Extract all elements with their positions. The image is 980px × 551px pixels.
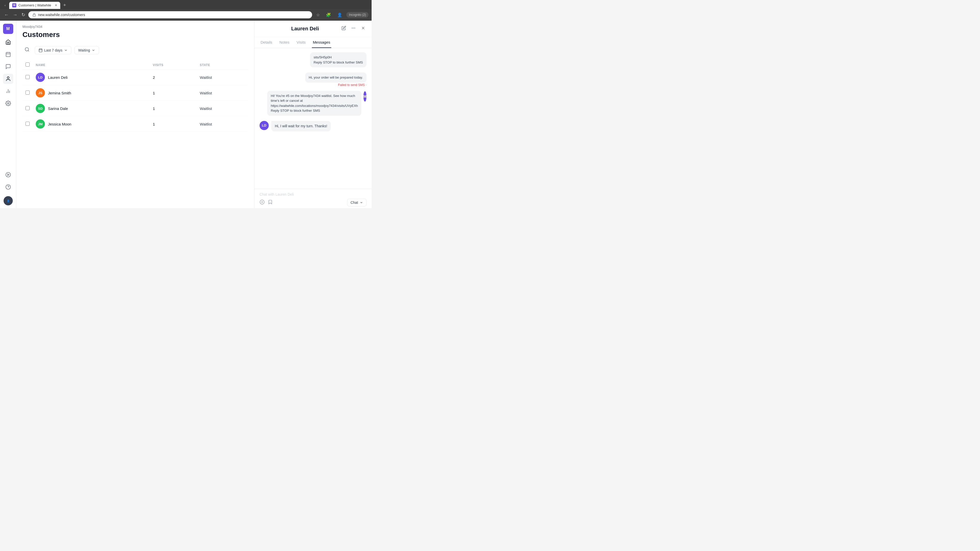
list-item: Hi! You're #5 on the Moodjoy7434 waitlis… xyxy=(270,91,366,117)
address-bar[interactable]: new.waitwhile.com/customers xyxy=(28,11,312,18)
message-text: Hi, your order will be prepared today. xyxy=(309,76,363,79)
extensions-button[interactable]: 🧩 xyxy=(324,11,333,18)
url-text: new.waitwhile.com/customers xyxy=(38,13,308,17)
tab-messages[interactable]: Messages xyxy=(312,37,331,48)
close-panel-button[interactable] xyxy=(360,25,366,33)
date-filter-label: Last 7 days xyxy=(44,48,62,52)
customer-name-cell: JM Jessica Moon xyxy=(36,119,147,129)
customer-avatar: LD xyxy=(36,73,45,82)
close-tab-button[interactable]: × xyxy=(55,3,57,7)
sidebar-item-chat[interactable] xyxy=(3,62,13,72)
customer-detail-panel: Lauren Deli Details Notes Visits Message… xyxy=(254,21,372,208)
chevron-down-icon xyxy=(92,48,95,52)
chat-type-selector[interactable]: Chat xyxy=(347,199,366,206)
state-cell: Waitlist xyxy=(197,85,248,101)
edit-button[interactable] xyxy=(340,25,347,33)
visits-cell: 1 xyxy=(150,101,197,116)
back-button[interactable]: ← xyxy=(3,11,10,19)
svg-rect-1 xyxy=(6,52,10,57)
visits-cell: 2 xyxy=(150,70,197,85)
table-row[interactable]: SD Sarina Dale 1 Waitlist xyxy=(22,101,248,116)
content-area: Last 7 days Waiting NAME VISITS STATE xyxy=(16,41,254,208)
browser-tab-active[interactable]: W Customers | Waitwhile × xyxy=(9,2,60,9)
lock-icon xyxy=(32,13,36,17)
svg-point-9 xyxy=(7,103,9,104)
customer-avatar: SD xyxy=(36,104,45,113)
chat-type-label: Chat xyxy=(350,200,358,205)
bookmark-message-button[interactable] xyxy=(268,200,273,206)
main-header: Moodjoy7434 Customers xyxy=(16,21,254,41)
table-row[interactable]: JM Jessica Moon 1 Waitlist xyxy=(22,116,248,132)
svg-marker-11 xyxy=(8,174,9,176)
svg-rect-0 xyxy=(33,14,36,16)
sidebar-item-help[interactable] xyxy=(3,182,13,192)
tab-visits[interactable]: Visits xyxy=(296,37,307,48)
customer-name: Jemina Smith xyxy=(48,91,71,95)
sidebar-item-customers[interactable] xyxy=(3,74,13,84)
state-filter[interactable]: Waiting xyxy=(75,46,99,54)
customer-name-cell: LD Lauren Deli xyxy=(36,73,147,82)
forward-button[interactable]: → xyxy=(12,11,18,19)
app-container: M 👤 Moodjoy7434 xyxy=(0,21,372,208)
sidebar-item-analytics[interactable] xyxy=(3,86,13,96)
row-checkbox[interactable] xyxy=(25,106,30,110)
tab-title: Customers | Waitwhile xyxy=(18,3,53,7)
message-text: sits/5H5p0HReply STOP to block further S… xyxy=(313,56,363,64)
profile-button[interactable]: 👤 xyxy=(335,11,344,18)
main-content: Moodjoy7434 Customers Last 7 days Waitin… xyxy=(16,21,254,208)
row-checkbox[interactable] xyxy=(25,122,30,126)
sidebar-item-calendar[interactable] xyxy=(3,49,13,59)
list-item: Hi, your order will be prepared today. F… xyxy=(305,73,366,87)
search-button[interactable] xyxy=(22,45,32,56)
tab-notes[interactable]: Notes xyxy=(278,37,290,48)
filter-bar: Last 7 days Waiting xyxy=(22,45,248,56)
sidebar-item-settings[interactable] xyxy=(3,98,13,108)
reload-button[interactable]: ↻ xyxy=(21,11,26,19)
sidebar-logo[interactable]: M xyxy=(3,24,13,34)
tab-details[interactable]: Details xyxy=(259,37,273,48)
browser-chrome: ‹ W Customers | Waitwhile × + ← → ↻ new.… xyxy=(0,0,372,21)
messages-container: sits/5H5p0HReply STOP to block further S… xyxy=(255,48,372,189)
bookmark-button[interactable]: ☆ xyxy=(314,11,322,18)
svg-rect-16 xyxy=(39,49,42,52)
customer-name: Sarina Dale xyxy=(48,106,68,111)
message-text: Hi! You're #5 on the Moodjoy7434 waitlis… xyxy=(271,94,358,113)
svg-point-22 xyxy=(352,28,352,28)
list-item: sits/5H5p0HReply STOP to block further S… xyxy=(310,52,366,68)
new-tab-button[interactable]: + xyxy=(61,2,68,9)
customer-name-cell: JS Jemina Smith xyxy=(36,88,147,97)
sidebar-item-home[interactable] xyxy=(3,37,13,47)
date-filter[interactable]: Last 7 days xyxy=(35,46,72,54)
svg-line-15 xyxy=(28,51,29,52)
sent-message-avatar: M xyxy=(363,91,366,102)
panel-tabs: Details Notes Visits Messages xyxy=(255,37,372,48)
customer-name-cell: SD Sarina Dale xyxy=(36,104,147,113)
panel-actions xyxy=(340,25,366,33)
table-row[interactable]: JS Jemina Smith 1 Waitlist xyxy=(22,85,248,101)
message-text: Hi, I will wait for my turn. Thanks! xyxy=(271,121,331,131)
add-attachment-button[interactable] xyxy=(259,200,265,206)
tab-navigation-prev[interactable]: ‹ xyxy=(2,2,8,8)
svg-point-10 xyxy=(6,172,10,177)
visits-cell: 1 xyxy=(150,116,197,132)
panel-header: Lauren Deli xyxy=(255,21,372,37)
chevron-down-icon xyxy=(360,201,363,204)
incognito-badge[interactable]: Incognito (2) xyxy=(346,12,369,17)
user-avatar[interactable]: 👤 xyxy=(3,196,13,205)
more-options-button[interactable] xyxy=(350,25,357,33)
sidebar-item-integrations[interactable] xyxy=(3,170,13,180)
page-title: Customers xyxy=(22,30,248,39)
table-row[interactable]: LD Lauren Deli 2 Waitlist xyxy=(22,70,248,85)
state-cell: Waitlist xyxy=(197,70,248,85)
row-checkbox[interactable] xyxy=(25,75,30,79)
svg-point-20 xyxy=(353,28,354,28)
chevron-down-icon xyxy=(64,48,68,52)
chat-input[interactable] xyxy=(259,192,366,197)
customer-name: Lauren Deli xyxy=(48,75,68,79)
state-cell: Waitlist xyxy=(197,101,248,116)
col-name: NAME xyxy=(33,60,150,70)
tab-favicon: W xyxy=(12,3,16,7)
row-checkbox[interactable] xyxy=(25,91,30,95)
select-all-checkbox[interactable] xyxy=(25,62,30,67)
sidebar: M 👤 xyxy=(0,21,16,208)
